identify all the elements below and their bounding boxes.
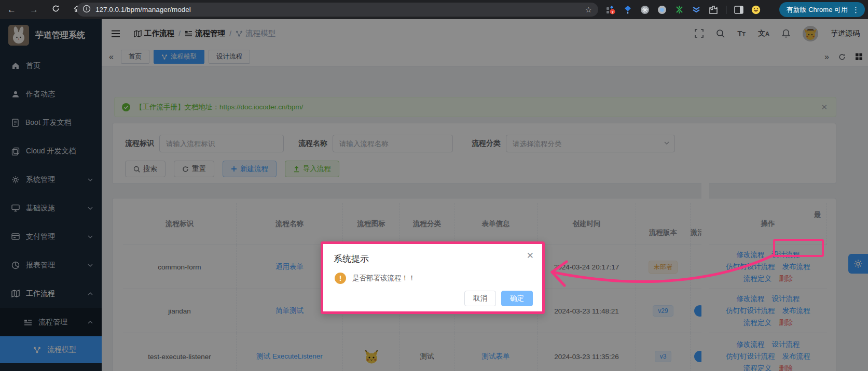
extension-chevrons-icon[interactable] bbox=[692, 5, 701, 15]
browser-chrome: ← → 127.0.0.1/bpm/manager/model ☆ 7 bbox=[0, 0, 868, 19]
browser-forward-icon[interactable]: → bbox=[30, 5, 38, 15]
svg-text:7: 7 bbox=[611, 9, 613, 14]
extension-icon-badged[interactable]: 7 bbox=[606, 5, 615, 15]
url-text: 127.0.0.1/bpm/manager/model bbox=[95, 6, 191, 13]
chrome-update-label: 有新版 Chrome 可用 bbox=[787, 5, 848, 15]
extension-circle-icon[interactable] bbox=[657, 5, 667, 15]
browser-menu-icon[interactable]: ⋮ bbox=[852, 5, 860, 15]
modal-overlay[interactable] bbox=[0, 19, 868, 371]
browser-back-icon[interactable]: ← bbox=[7, 5, 16, 15]
url-bar[interactable]: 127.0.0.1/bpm/manager/model ☆ bbox=[77, 3, 598, 17]
extensions-row: 7 bbox=[606, 0, 761, 19]
extension-snowflake-icon[interactable] bbox=[640, 5, 650, 15]
screen: ← → 127.0.0.1/bpm/manager/model ☆ 7 bbox=[0, 0, 868, 371]
dialog-message: 是否部署该流程！！ bbox=[352, 274, 416, 283]
chrome-update-button[interactable]: 有新版 Chrome 可用 ⋮ bbox=[779, 2, 865, 17]
profile-emoji-avatar[interactable] bbox=[751, 5, 761, 15]
browser-reload-icon[interactable] bbox=[52, 5, 60, 15]
site-info-icon[interactable] bbox=[82, 5, 91, 15]
extension-kite-icon[interactable] bbox=[623, 5, 632, 15]
warning-icon: ! bbox=[335, 273, 346, 284]
extension-green-icon[interactable] bbox=[674, 5, 684, 15]
cancel-button[interactable]: 取消 bbox=[464, 291, 496, 306]
side-panel-icon[interactable] bbox=[734, 5, 743, 15]
puzzle-extensions-icon[interactable] bbox=[709, 5, 718, 15]
toolbar-divider bbox=[726, 6, 726, 14]
confirm-button[interactable]: 确定 bbox=[501, 291, 533, 306]
dialog-title: 系统提示 bbox=[334, 253, 369, 265]
confirm-dialog: 系统提示 ✕ ! 是否部署该流程！！ 取消 确定 bbox=[321, 241, 545, 314]
dialog-close-icon[interactable]: ✕ bbox=[527, 250, 534, 261]
bookmark-star-icon[interactable]: ☆ bbox=[585, 5, 592, 15]
